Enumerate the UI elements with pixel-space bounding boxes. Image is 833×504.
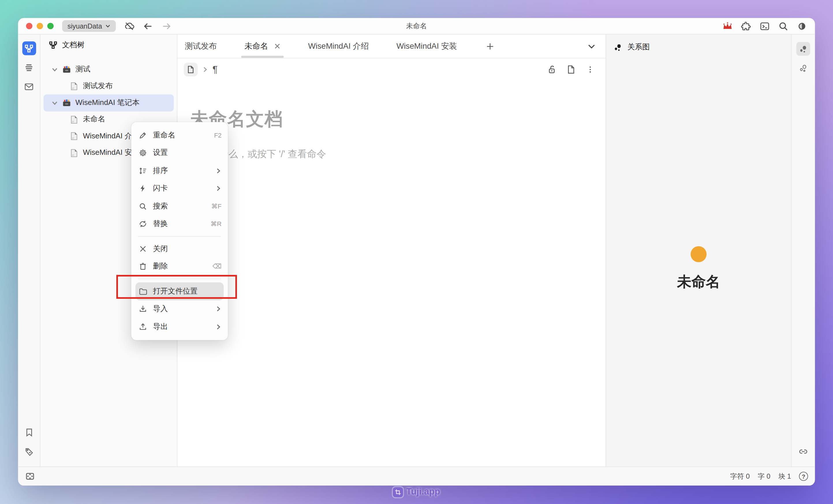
menu-item-import[interactable]: 导入 xyxy=(131,300,228,318)
tab-wisemindai-intro[interactable]: WiseMindAI 介绍 xyxy=(301,34,376,58)
submenu-chevron-icon xyxy=(215,324,221,330)
trash-icon xyxy=(139,262,147,271)
doc-title-placeholder[interactable]: 未命名文档 xyxy=(190,107,605,131)
backlinks-dock-icon[interactable] xyxy=(796,445,810,458)
notebook-context-menu: 重命名 F2 设置 排序 闪卡 搜索 ⌘F xyxy=(131,122,228,340)
doc-tree-title: 文档树 xyxy=(62,40,84,50)
menu-item-flashcard[interactable]: 闪卡 xyxy=(131,180,228,198)
terminal-icon[interactable] xyxy=(760,21,770,31)
menu-label: 重命名 xyxy=(153,130,214,140)
outline-dock-icon[interactable] xyxy=(22,60,36,74)
search-icon[interactable] xyxy=(778,21,788,31)
menu-label: 设置 xyxy=(153,148,221,158)
tab-list-chevron-icon[interactable] xyxy=(587,42,596,50)
pencil-icon xyxy=(139,131,147,139)
status-bar: 字符 0 字 0 块 1 ? xyxy=(18,467,815,485)
search-icon xyxy=(139,202,147,210)
menu-label: 关闭 xyxy=(153,244,221,253)
menu-item-settings[interactable]: 设置 xyxy=(131,144,228,162)
tab-label: 测试发布 xyxy=(185,41,217,51)
graph-node[interactable] xyxy=(691,246,707,262)
inbox-dock-icon[interactable] xyxy=(22,80,36,94)
breadcrumb-separator-icon xyxy=(202,66,208,73)
doc-tree-header: 文档树 xyxy=(41,38,177,53)
menu-shortcut: F2 xyxy=(214,131,222,139)
close-window-button[interactable] xyxy=(26,23,32,29)
help-icon[interactable]: ? xyxy=(799,472,808,481)
theme-toggle-icon[interactable] xyxy=(797,21,807,31)
tree-row-label: 未命名 xyxy=(83,115,105,124)
menu-label: 导出 xyxy=(153,322,215,332)
chevron-down-icon[interactable] xyxy=(51,99,58,107)
tree-row-label: 测试发布 xyxy=(83,81,113,91)
replace-icon xyxy=(139,220,147,228)
menu-shortcut: ⌫ xyxy=(212,263,221,271)
menu-item-rename[interactable]: 重命名 F2 xyxy=(131,126,228,144)
tree-row-label: 测试 xyxy=(75,65,90,74)
notebook-icon xyxy=(62,65,71,74)
unlock-icon[interactable] xyxy=(547,65,557,74)
menu-label: 删除 xyxy=(153,262,212,271)
tab-ceshifabu[interactable]: 测试发布 xyxy=(177,34,224,58)
submenu-chevron-icon xyxy=(215,306,221,312)
titlebar-actions xyxy=(722,21,807,31)
tag-dock-icon[interactable] xyxy=(22,445,36,458)
new-tab-icon[interactable] xyxy=(486,42,495,50)
tree-row-notebook-selected[interactable]: WiseMindAI 笔记本 xyxy=(44,95,174,111)
chevron-down-icon[interactable] xyxy=(51,66,58,73)
workspace-switcher[interactable]: siyuanData xyxy=(62,20,116,32)
menu-label: 替换 xyxy=(153,220,210,229)
membership-crown-icon[interactable] xyxy=(722,21,733,31)
menu-shortcut: ⌘F xyxy=(211,203,222,210)
graph-panel-header: 关系图 xyxy=(606,34,791,60)
cloud-off-icon[interactable] xyxy=(124,21,135,31)
tab-wisemindai-install[interactable]: WiseMindAI 安装 xyxy=(389,34,465,58)
menu-item-search[interactable]: 搜索 ⌘F xyxy=(131,198,228,216)
doc-body-placeholder[interactable]: 输入点什么，或按下 '/' 查看命令 xyxy=(190,148,605,160)
word-count: 字 0 xyxy=(758,472,770,481)
tree-row-doc[interactable]: 测试发布 xyxy=(44,78,174,95)
menu-item-delete[interactable]: 删除 ⌫ xyxy=(131,258,228,276)
import-icon xyxy=(139,305,147,313)
crop-icon xyxy=(393,487,403,497)
paragraph-mark[interactable]: ¶ xyxy=(212,64,218,75)
doc-tree-icon xyxy=(49,41,57,49)
plugins-icon[interactable] xyxy=(741,21,751,31)
minimize-window-button[interactable] xyxy=(37,23,43,29)
more-kebab-icon[interactable] xyxy=(585,65,595,74)
workspace-name: siyuanData xyxy=(68,22,102,30)
graph-panel: 关系图 未命名 xyxy=(605,34,791,467)
bookmark-dock-icon[interactable] xyxy=(22,426,36,439)
global-graph-dock-icon[interactable] xyxy=(796,61,810,75)
menu-divider xyxy=(138,236,221,237)
tab-close-icon[interactable] xyxy=(274,43,281,49)
tree-row-notebook[interactable]: 测试 xyxy=(44,61,174,78)
block-count: 块 1 xyxy=(779,472,791,481)
breadcrumb: ¶ xyxy=(177,58,605,80)
zoom-window-button[interactable] xyxy=(47,23,54,29)
dock-toggle-icon[interactable] xyxy=(25,471,35,481)
tab-bar: 测试发布 未命名 WiseMindAI 介绍 WiseMindAI 安装 xyxy=(177,34,605,58)
submenu-chevron-icon xyxy=(215,168,221,174)
graph-dock-icon-active[interactable] xyxy=(796,42,810,56)
document-icon xyxy=(70,149,78,157)
status-counts: 字符 0 字 0 块 1 ? xyxy=(730,472,808,481)
menu-item-sort[interactable]: 排序 xyxy=(131,162,228,180)
doc-file-icon[interactable] xyxy=(566,65,576,74)
close-icon xyxy=(139,245,147,253)
lightning-icon xyxy=(139,184,147,193)
file-tree-dock-icon[interactable] xyxy=(22,42,36,55)
back-icon[interactable] xyxy=(143,21,153,31)
menu-item-export[interactable]: 导出 xyxy=(131,318,228,336)
menu-item-close[interactable]: 关闭 xyxy=(131,240,228,258)
forward-icon[interactable] xyxy=(162,21,172,31)
breadcrumb-doc-icon[interactable] xyxy=(184,62,198,76)
menu-item-replace[interactable]: 替换 ⌘R xyxy=(131,215,228,233)
editor-pane: 测试发布 未命名 WiseMindAI 介绍 WiseMindAI 安装 ¶ xyxy=(177,34,605,467)
editor-content[interactable]: 未命名文档 输入点什么，或按下 '/' 查看命令 xyxy=(177,81,605,160)
menu-label: 导入 xyxy=(153,304,215,314)
tab-weimingming-active[interactable]: 未命名 xyxy=(237,34,288,58)
gear-icon xyxy=(139,149,147,157)
watermark: Tuji.app xyxy=(393,487,440,497)
tree-row-label: WiseMindAI 笔记本 xyxy=(75,98,139,107)
